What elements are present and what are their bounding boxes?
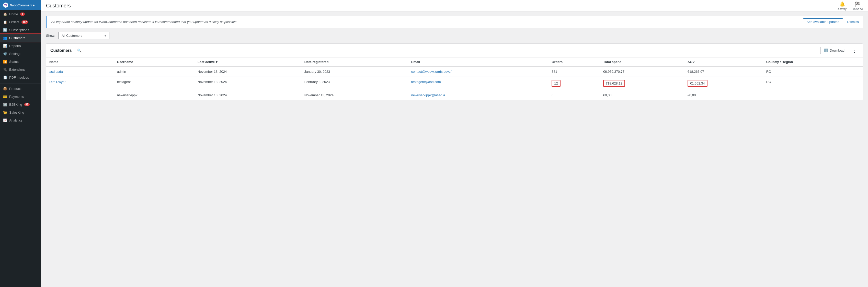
cell-aov: €0,00	[684, 90, 763, 100]
page-title: Customers	[46, 3, 71, 9]
sidebar-label-reports: Reports	[9, 44, 21, 48]
filter-selected-value: All Customers	[62, 34, 82, 38]
status-icon: 📶	[3, 60, 7, 64]
search-input[interactable]	[75, 47, 817, 54]
subscriptions-icon: 🔄	[3, 28, 7, 32]
download-icon: ⬇️	[824, 48, 828, 52]
dismiss-button[interactable]: Dismiss	[847, 19, 859, 25]
col-last-active[interactable]: Last active ▾	[194, 58, 301, 67]
show-filter-row: Show: All Customers ▾	[46, 32, 863, 39]
cell-country	[763, 90, 863, 100]
col-name: Name	[46, 58, 114, 67]
cell-total_spend: €0,00	[600, 90, 684, 100]
see-updates-button[interactable]: See available updates	[803, 19, 843, 25]
analytics-icon: 📈	[3, 118, 7, 122]
show-label: Show:	[46, 34, 55, 38]
sidebar-item-status[interactable]: 📶 Status	[0, 58, 41, 66]
settings-icon: ⚙️	[3, 52, 7, 56]
main-content: Customers 🔔 Activity 🏁 Finish se An impo…	[41, 0, 868, 287]
sort-icon: ▾	[216, 60, 218, 64]
activity-icon: 🔔	[839, 1, 845, 7]
b2bking-badge: 87	[24, 103, 30, 106]
table-row: asd asdaadminNovember 18, 2024January 30…	[46, 67, 863, 77]
sidebar-label-subscriptions: Subscriptions	[9, 28, 29, 32]
sidebar-item-subscriptions[interactable]: 🔄 Subscriptions	[0, 26, 41, 34]
cell-name[interactable]	[46, 90, 114, 100]
sidebar-logo-label: WooCommerce	[10, 3, 34, 7]
table-row: Dim DwyertestagentNovember 18, 2024Febru…	[46, 77, 863, 90]
cell-orders: 12	[549, 77, 600, 90]
sidebar-item-b2bking[interactable]: 🏢 B2BKing 87	[0, 101, 41, 109]
sidebar-item-products[interactable]: 📦 Products	[0, 85, 41, 93]
cell-email[interactable]: testagent@asd.com	[408, 77, 549, 90]
cell-aov: €1.552,34	[684, 77, 763, 90]
sidebar-item-customers[interactable]: 👥 Customers	[0, 34, 41, 42]
cell-username: admin	[114, 67, 194, 77]
top-bar: Customers 🔔 Activity 🏁 Finish se	[41, 0, 868, 12]
sidebar-label-b2bking: B2BKing	[9, 103, 22, 106]
sidebar-item-settings[interactable]: ⚙️ Settings	[0, 50, 41, 58]
cell-username: newuserkipp2	[114, 90, 194, 100]
search-icon: 🔍	[77, 48, 82, 52]
sidebar-item-orders[interactable]: 📋 Orders 187	[0, 18, 41, 26]
cell-email[interactable]: contact@webwizards.devzf	[408, 67, 549, 77]
cell-orders: 381	[549, 67, 600, 77]
sidebar-label-pdf: PDF Invoices	[9, 76, 29, 79]
cell-total_spend: €18.628,12	[600, 77, 684, 90]
sidebar-item-salesking[interactable]: 👑 SalesKing	[0, 109, 41, 116]
cell-country: RO	[763, 67, 863, 77]
col-email: Email	[408, 58, 549, 67]
cell-orders: 0	[549, 90, 600, 100]
col-aov: AOV	[684, 58, 763, 67]
sidebar-label-extensions: Extensions	[9, 68, 26, 71]
sidebar-label-analytics: Analytics	[9, 118, 23, 122]
col-date-registered: Date registered	[301, 58, 408, 67]
sidebar-label-products: Products	[9, 87, 22, 91]
finish-setup-button[interactable]: 🏁 Finish se	[851, 1, 863, 10]
pdf-icon: 📄	[3, 76, 7, 79]
sidebar-label-settings: Settings	[9, 52, 21, 56]
sidebar-label-home: Home	[9, 12, 18, 16]
cell-aov: €18.266,07	[684, 67, 763, 77]
chevron-down-icon: ▾	[104, 34, 106, 38]
top-bar-right: 🔔 Activity 🏁 Finish se	[838, 1, 863, 10]
filter-select[interactable]: All Customers ▾	[58, 32, 110, 39]
cell-last_active: November 13, 2024	[194, 90, 301, 100]
cell-total_spend: €6.959.370,77	[600, 67, 684, 77]
table-title: Customers	[50, 48, 72, 53]
finish-icon: 🏁	[855, 1, 860, 7]
col-country: Country / Region	[763, 58, 863, 67]
cell-last_active: November 18, 2024	[194, 67, 301, 77]
sidebar-label-customers: Customers	[9, 36, 25, 40]
content-area: Show: All Customers ▾ Customers 🔍 ⬇️ Dow…	[41, 28, 868, 104]
cell-username: testagent	[114, 77, 194, 90]
sidebar-item-payments[interactable]: 💳 Payments	[0, 93, 41, 101]
sidebar-label-status: Status	[9, 60, 19, 64]
customers-table-card: Customers 🔍 ⬇️ Download ⋮ Name	[46, 43, 863, 100]
download-label: Download	[830, 48, 844, 52]
table-header: Customers 🔍 ⬇️ Download ⋮	[46, 44, 863, 58]
col-orders: Orders	[549, 58, 600, 67]
cell-name[interactable]: asd asda	[46, 67, 114, 77]
sidebar-item-home[interactable]: 🏠 Home 1	[0, 10, 41, 18]
cell-email[interactable]: newuserkipp2@asad.a	[408, 90, 549, 100]
alert-text: An important security update for WooComm…	[51, 20, 799, 24]
cell-date_registered: November 13, 2024	[301, 90, 408, 100]
cell-date_registered: February 3, 2023	[301, 77, 408, 90]
sidebar-item-analytics[interactable]: 📈 Analytics	[0, 116, 41, 124]
woocommerce-logo[interactable]: W WooCommerce	[0, 0, 41, 10]
b2bking-icon: 🏢	[3, 103, 7, 106]
search-wrap: 🔍	[75, 47, 817, 54]
more-options-button[interactable]: ⋮	[850, 47, 859, 53]
reports-icon: 📊	[3, 44, 7, 48]
sidebar-item-reports[interactable]: 📊 Reports	[0, 42, 41, 50]
download-button[interactable]: ⬇️ Download	[820, 47, 848, 54]
sidebar-item-extensions[interactable]: 🔌 Extensions	[0, 66, 41, 74]
sidebar-item-pdf-invoices[interactable]: 📄 PDF Invoices	[0, 74, 41, 81]
activity-label: Activity	[838, 7, 846, 10]
cell-name[interactable]: Dim Dwyer	[46, 77, 114, 90]
cell-date_registered: January 30, 2023	[301, 67, 408, 77]
extensions-icon: 🔌	[3, 68, 7, 71]
sidebar-label-salesking: SalesKing	[9, 111, 24, 114]
activity-button[interactable]: 🔔 Activity	[838, 1, 846, 10]
